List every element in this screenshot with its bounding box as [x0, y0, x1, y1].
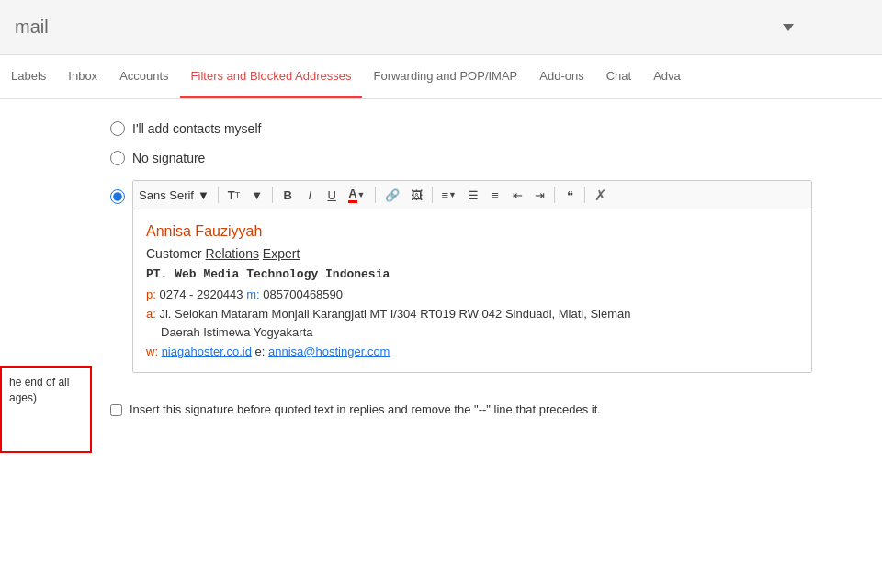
sig-phone: p: 0274 - 2920443 m: 085700468590	[146, 286, 798, 304]
font-size-dropdown[interactable]: ▼	[246, 185, 267, 205]
bullet-list-button[interactable]: ≡	[485, 185, 505, 205]
signature-content[interactable]: Annisa Fauziyyah Customer Relations Expe…	[133, 209, 811, 372]
image-button[interactable]: 🖼	[406, 185, 427, 205]
tab-labels[interactable]: Labels	[0, 55, 57, 98]
red-box-text: he end of all ages)	[2, 368, 90, 413]
bold-button[interactable]: B	[277, 185, 298, 205]
indent-more-button[interactable]: ⇥	[529, 185, 549, 205]
add-contacts-radio[interactable]	[110, 121, 125, 136]
tab-inbox[interactable]: Inbox	[57, 55, 108, 98]
signature-radio[interactable]	[110, 189, 125, 204]
sig-company: PT. Web Media Technology Indonesia	[146, 266, 798, 284]
toolbar-sep-1	[218, 187, 219, 203]
bullet-list-icon: ≡	[492, 188, 499, 202]
sig-website-link[interactable]: niagahoster.co.id	[162, 345, 252, 358]
editor-toolbar: Sans Serif ▼ TT ▼ B I U A ▼	[133, 181, 811, 209]
numbered-list-icon: ☰	[468, 188, 479, 202]
insert-signature-label: Insert this signature before quoted text…	[130, 402, 601, 416]
add-contacts-option[interactable]: I'll add contacts myself	[110, 121, 882, 136]
numbered-list-button[interactable]: ☰	[463, 185, 483, 205]
image-icon: 🖼	[411, 188, 423, 202]
align-button[interactable]: ≡ ▼	[437, 185, 462, 205]
add-contacts-label: I'll add contacts myself	[132, 121, 261, 136]
signature-editor-section: Sans Serif ▼ TT ▼ B I U A ▼	[110, 180, 882, 373]
font-name-label: Sans Serif	[139, 188, 194, 202]
remove-format-icon: ✗	[594, 187, 606, 204]
remove-format-button[interactable]: ✗	[590, 185, 611, 205]
app-title: mail	[15, 17, 831, 38]
align-icon: ≡	[442, 188, 449, 202]
top-bar: mail	[0, 0, 882, 55]
link-button[interactable]: 🔗	[380, 185, 404, 205]
sig-title: Customer Relations Expert	[146, 244, 798, 264]
tab-addons[interactable]: Add-ons	[528, 55, 594, 98]
settings-nav: Labels Inbox Accounts Filters and Blocke…	[0, 55, 882, 99]
no-signature-option[interactable]: No signature	[110, 151, 882, 165]
toolbar-sep-2	[272, 187, 273, 203]
insert-signature-checkbox[interactable]	[110, 404, 122, 416]
insert-signature-row: Insert this signature before quoted text…	[110, 388, 845, 431]
toolbar-sep-4	[432, 187, 433, 203]
font-size-button[interactable]: TT	[223, 185, 244, 205]
content-wrapper: he end of all ages) I'll add contacts my…	[0, 99, 882, 453]
tab-forwarding[interactable]: Forwarding and POP/IMAP	[362, 55, 528, 98]
red-box-overlay: he end of all ages)	[0, 366, 92, 453]
sig-address: a: Jl. Selokan Mataram Monjali Karangjat…	[146, 305, 798, 341]
sig-web: w: niagahoster.co.id e: annisa@hostinger…	[146, 343, 798, 361]
toolbar-sep-5	[554, 187, 555, 203]
tab-accounts[interactable]: Accounts	[108, 55, 179, 98]
font-selector[interactable]: Sans Serif ▼	[139, 188, 209, 202]
tab-advanced[interactable]: Adva	[642, 55, 692, 98]
no-signature-label: No signature	[132, 151, 205, 165]
main-content: I'll add contacts myself No signature Sa…	[0, 99, 882, 453]
signature-editor: Sans Serif ▼ TT ▼ B I U A ▼	[132, 180, 812, 373]
account-dropdown[interactable]	[831, 24, 867, 31]
sig-email-link[interactable]: annisa@hostinger.com	[268, 345, 390, 358]
toolbar-sep-3	[375, 187, 376, 203]
tab-chat[interactable]: Chat	[595, 55, 642, 98]
chevron-down-icon	[783, 24, 794, 31]
indent-less-icon: ⇤	[513, 188, 523, 202]
tab-filters[interactable]: Filters and Blocked Addresses	[180, 55, 363, 98]
italic-button[interactable]: I	[300, 185, 320, 205]
sig-name: Annisa Fauziyyah	[146, 220, 798, 243]
toolbar-sep-6	[584, 187, 585, 203]
text-color-button[interactable]: A ▼	[344, 185, 369, 205]
quote-button[interactable]: ❝	[560, 185, 580, 205]
no-signature-radio[interactable]	[110, 151, 125, 165]
indent-less-button[interactable]: ⇤	[507, 185, 527, 205]
underline-button[interactable]: U	[322, 185, 342, 205]
link-icon: 🔗	[385, 188, 400, 202]
quote-icon: ❝	[567, 188, 573, 202]
indent-more-icon: ⇥	[535, 188, 545, 202]
font-dropdown-icon: ▼	[198, 188, 209, 202]
